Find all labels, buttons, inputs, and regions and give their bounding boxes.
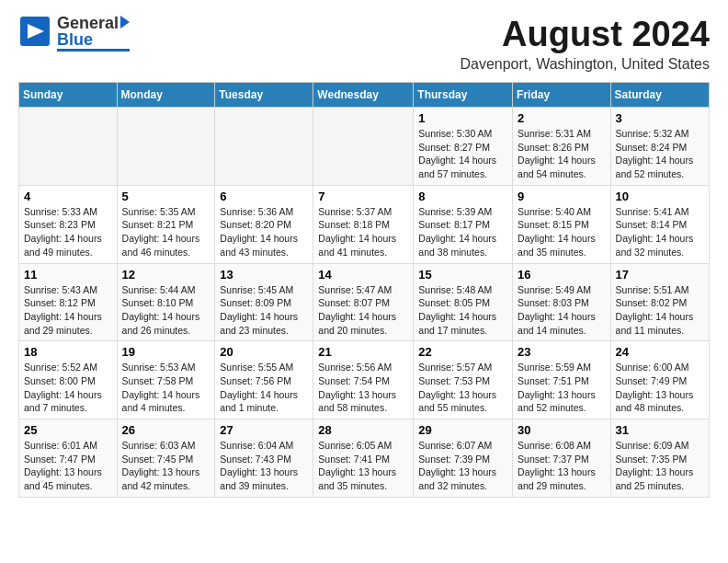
calendar-day-header: Wednesday (313, 83, 414, 108)
logo: General Blue (18, 15, 130, 52)
calendar-day-header: Sunday (19, 83, 118, 108)
day-number: 25 (24, 423, 112, 437)
logo-icon (18, 15, 51, 48)
cell-content: Sunrise: 5:41 AM Sunset: 8:14 PM Dayligh… (616, 205, 704, 259)
cell-content: Sunrise: 5:48 AM Sunset: 8:05 PM Dayligh… (418, 283, 507, 338)
calendar-cell: 22Sunrise: 5:57 AM Sunset: 7:53 PM Dayli… (414, 341, 513, 419)
day-number: 21 (318, 345, 408, 359)
calendar-table: SundayMondayTuesdayWednesdayThursdayFrid… (18, 82, 710, 498)
calendar-cell: 17Sunrise: 5:51 AM Sunset: 8:02 PM Dayli… (610, 263, 709, 341)
calendar-cell: 26Sunrise: 6:03 AM Sunset: 7:45 PM Dayli… (117, 419, 215, 498)
calendar-week-row: 25Sunrise: 6:01 AM Sunset: 7:47 PM Dayli… (19, 419, 710, 498)
calendar-day-header: Friday (513, 83, 611, 108)
calendar-cell: 1Sunrise: 5:30 AM Sunset: 8:27 PM Daylig… (414, 108, 513, 186)
calendar-cell (313, 108, 414, 186)
calendar-cell: 18Sunrise: 5:52 AM Sunset: 8:00 PM Dayli… (19, 341, 118, 419)
day-number: 12 (122, 268, 210, 282)
day-number: 19 (122, 345, 210, 359)
day-number: 29 (418, 423, 507, 437)
cell-content: Sunrise: 5:33 AM Sunset: 8:23 PM Dayligh… (24, 205, 112, 259)
cell-content: Sunrise: 5:47 AM Sunset: 8:07 PM Dayligh… (318, 283, 408, 338)
calendar-cell: 31Sunrise: 6:09 AM Sunset: 7:35 PM Dayli… (610, 419, 709, 498)
day-number: 11 (24, 268, 112, 282)
calendar-cell: 30Sunrise: 6:08 AM Sunset: 7:37 PM Dayli… (513, 419, 611, 498)
day-number: 4 (24, 190, 112, 203)
calendar-cell: 9Sunrise: 5:40 AM Sunset: 8:15 PM Daylig… (513, 185, 611, 263)
day-number: 31 (616, 423, 704, 437)
cell-content: Sunrise: 5:51 AM Sunset: 8:02 PM Dayligh… (616, 283, 704, 338)
calendar-cell: 19Sunrise: 5:53 AM Sunset: 7:58 PM Dayli… (117, 341, 215, 419)
day-number: 24 (616, 345, 704, 359)
day-number: 22 (418, 345, 507, 359)
calendar-cell (215, 108, 313, 186)
cell-content: Sunrise: 6:03 AM Sunset: 7:45 PM Dayligh… (122, 439, 210, 493)
page-header: General Blue August 2024 Davenport, Wash… (18, 15, 710, 73)
calendar-cell: 15Sunrise: 5:48 AM Sunset: 8:05 PM Dayli… (414, 263, 513, 341)
calendar-day-header: Monday (117, 83, 215, 108)
calendar-body: 1Sunrise: 5:30 AM Sunset: 8:27 PM Daylig… (19, 108, 710, 498)
calendar-cell: 8Sunrise: 5:39 AM Sunset: 8:17 PM Daylig… (414, 185, 513, 263)
calendar-cell (117, 108, 215, 186)
calendar-cell: 29Sunrise: 6:07 AM Sunset: 7:39 PM Dayli… (414, 419, 513, 498)
calendar-day-header: Thursday (414, 83, 513, 108)
cell-content: Sunrise: 6:09 AM Sunset: 7:35 PM Dayligh… (616, 439, 704, 493)
calendar-week-row: 11Sunrise: 5:43 AM Sunset: 8:12 PM Dayli… (19, 263, 710, 341)
day-number: 1 (418, 111, 507, 125)
calendar-day-header: Saturday (610, 83, 709, 108)
cell-content: Sunrise: 5:35 AM Sunset: 8:21 PM Dayligh… (122, 205, 210, 259)
day-number: 17 (616, 268, 704, 282)
cell-content: Sunrise: 6:00 AM Sunset: 7:49 PM Dayligh… (616, 361, 704, 415)
calendar-title: August 2024 (460, 15, 710, 54)
cell-content: Sunrise: 5:36 AM Sunset: 8:20 PM Dayligh… (220, 205, 308, 259)
cell-content: Sunrise: 5:44 AM Sunset: 8:10 PM Dayligh… (122, 283, 210, 338)
cell-content: Sunrise: 5:53 AM Sunset: 7:58 PM Dayligh… (122, 361, 210, 415)
calendar-title-area: August 2024 Davenport, Washington, Unite… (460, 15, 710, 73)
cell-content: Sunrise: 5:52 AM Sunset: 8:00 PM Dayligh… (24, 361, 112, 415)
calendar-cell: 14Sunrise: 5:47 AM Sunset: 8:07 PM Dayli… (313, 263, 414, 341)
calendar-cell: 4Sunrise: 5:33 AM Sunset: 8:23 PM Daylig… (19, 185, 118, 263)
calendar-day-header: Tuesday (215, 83, 313, 108)
logo-blue-text: Blue (57, 31, 130, 48)
cell-content: Sunrise: 5:56 AM Sunset: 7:54 PM Dayligh… (318, 361, 408, 415)
calendar-cell: 28Sunrise: 6:05 AM Sunset: 7:41 PM Dayli… (313, 419, 414, 498)
day-number: 8 (418, 190, 507, 203)
cell-content: Sunrise: 5:40 AM Sunset: 8:15 PM Dayligh… (518, 205, 606, 259)
day-number: 20 (220, 345, 308, 359)
cell-content: Sunrise: 6:07 AM Sunset: 7:39 PM Dayligh… (418, 439, 507, 493)
calendar-cell: 16Sunrise: 5:49 AM Sunset: 8:03 PM Dayli… (513, 263, 611, 341)
calendar-header: SundayMondayTuesdayWednesdayThursdayFrid… (19, 83, 710, 108)
calendar-cell: 27Sunrise: 6:04 AM Sunset: 7:43 PM Dayli… (215, 419, 313, 498)
day-number: 23 (518, 345, 606, 359)
cell-content: Sunrise: 5:45 AM Sunset: 8:09 PM Dayligh… (220, 283, 308, 338)
day-number: 15 (418, 268, 507, 282)
cell-content: Sunrise: 6:05 AM Sunset: 7:41 PM Dayligh… (318, 439, 408, 493)
cell-content: Sunrise: 5:59 AM Sunset: 7:51 PM Dayligh… (518, 361, 606, 415)
cell-content: Sunrise: 6:01 AM Sunset: 7:47 PM Dayligh… (24, 439, 112, 493)
calendar-cell: 10Sunrise: 5:41 AM Sunset: 8:14 PM Dayli… (610, 185, 709, 263)
cell-content: Sunrise: 6:08 AM Sunset: 7:37 PM Dayligh… (518, 439, 606, 493)
calendar-cell: 3Sunrise: 5:32 AM Sunset: 8:24 PM Daylig… (610, 108, 709, 186)
cell-content: Sunrise: 5:57 AM Sunset: 7:53 PM Dayligh… (418, 361, 507, 415)
calendar-week-row: 18Sunrise: 5:52 AM Sunset: 8:00 PM Dayli… (19, 341, 710, 419)
day-number: 6 (220, 190, 308, 203)
day-number: 28 (318, 423, 408, 437)
calendar-week-row: 4Sunrise: 5:33 AM Sunset: 8:23 PM Daylig… (19, 185, 710, 263)
calendar-week-row: 1Sunrise: 5:30 AM Sunset: 8:27 PM Daylig… (19, 108, 710, 186)
cell-content: Sunrise: 5:39 AM Sunset: 8:17 PM Dayligh… (418, 205, 507, 259)
calendar-cell: 6Sunrise: 5:36 AM Sunset: 8:20 PM Daylig… (215, 185, 313, 263)
day-number: 18 (24, 345, 112, 359)
day-number: 16 (518, 268, 606, 282)
cell-content: Sunrise: 6:04 AM Sunset: 7:43 PM Dayligh… (220, 439, 308, 493)
calendar-cell: 2Sunrise: 5:31 AM Sunset: 8:26 PM Daylig… (513, 108, 611, 186)
day-number: 2 (518, 111, 606, 125)
day-number: 27 (220, 423, 308, 437)
calendar-subtitle: Davenport, Washington, United States (460, 56, 710, 73)
cell-content: Sunrise: 5:32 AM Sunset: 8:24 PM Dayligh… (616, 127, 704, 181)
day-number: 26 (122, 423, 210, 437)
day-number: 13 (220, 268, 308, 282)
calendar-cell: 12Sunrise: 5:44 AM Sunset: 8:10 PM Dayli… (117, 263, 215, 341)
day-number: 14 (318, 268, 408, 282)
calendar-cell: 11Sunrise: 5:43 AM Sunset: 8:12 PM Dayli… (19, 263, 118, 341)
calendar-cell: 25Sunrise: 6:01 AM Sunset: 7:47 PM Dayli… (19, 419, 118, 498)
logo-general-text: General (57, 15, 119, 31)
